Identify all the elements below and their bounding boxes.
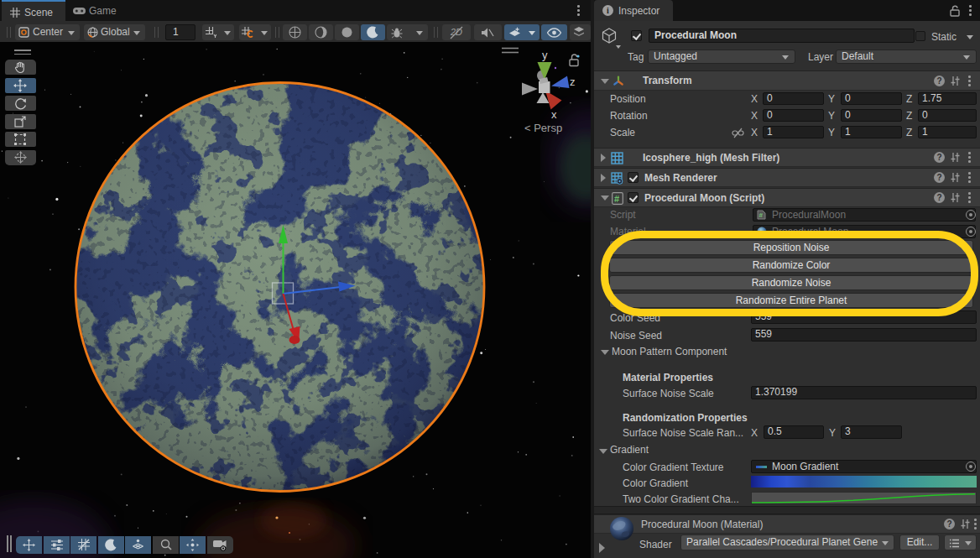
svg-text:x: x [551, 108, 557, 121]
svg-text:#: # [614, 194, 619, 204]
svg-text:z: z [570, 76, 576, 88]
svg-text:#: # [758, 211, 763, 219]
svg-text:y: y [542, 49, 548, 61]
svg-text:< Persp: < Persp [524, 122, 562, 134]
